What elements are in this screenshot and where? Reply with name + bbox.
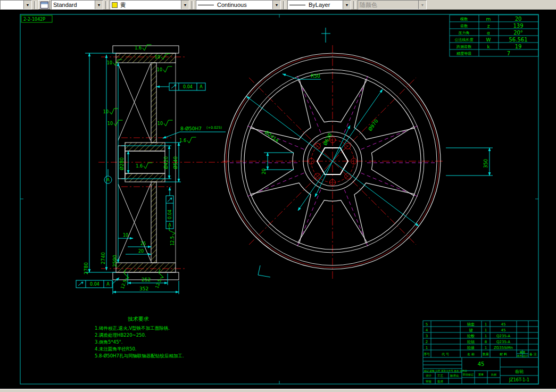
svg-text:序号: 序号 [424,352,430,356]
lineweight-combo-arrow-icon[interactable]: ▼ [343,1,351,9]
dim-hub-420: Ø420 [163,156,169,169]
svg-text:1.6: 1.6 [135,46,142,51]
color-combo-value: 黄 [119,1,181,9]
diameter-dim-970: Ø970 [367,118,379,132]
dim-hub-540: Ø540 [173,156,178,169]
svg-text:10: 10 [155,55,160,60]
svg-text:1: 1 [426,346,428,350]
style-combo-value: Standard [52,2,95,8]
linetype-combo-arrow-icon[interactable]: ▼ [272,1,280,9]
tolerance-frame-top: 0.04 A [156,83,205,90]
style-manager-button[interactable] [38,0,50,10]
svg-text:1: 1 [485,322,487,327]
gear-param-label: 模数 [460,17,468,21]
dim-20: 20 [138,249,144,254]
drawing-tag-text: 2-2-1042P [23,17,45,22]
linetype-combo[interactable]: Continuous ▼ [196,0,281,10]
lineweight-combo[interactable]: ByLayer ▼ [287,0,351,10]
svg-text:标准化: 标准化 [450,374,459,378]
drawing-tag: 2-2-1042P [21,15,52,22]
lineweight-sample [289,5,305,5]
gear-param-symbol: k [487,44,490,49]
svg-text:A: A [200,85,203,89]
gear-param-value: 56.561 [509,37,528,43]
toolbar-separator [34,1,36,9]
tech-req-item: 1.铸件校正,退火,V型铁不加工面除锈. [95,326,170,331]
style-combo[interactable]: Standard ▼ [51,0,103,10]
plotstyle-combo-arrow-icon: ▼ [418,1,426,9]
svg-text:0.04: 0.04 [90,282,99,287]
gear-param-value: 139 [513,23,523,29]
datum-a-flag: A [104,169,112,184]
svg-text:4: 4 [426,328,428,332]
linetype-sample [198,5,214,5]
dim-2740: 2740 [101,252,106,264]
revision-header: 标记 处数 分区 更改文件号 签名 年月日 [424,369,467,373]
gear-param-symbol: z [487,23,490,29]
color-combo-arrow-icon[interactable]: ▼ [181,1,189,9]
holes-tolerance-text: (+0.025) [206,126,222,130]
style-combo-arrow-icon[interactable]: ▼ [95,1,103,9]
svg-text:备 注: 备 注 [529,352,537,356]
svg-text:12.5: 12.5 [120,279,128,290]
drawing-number-text: JZ16T-1-1 [509,378,529,382]
svg-text:批准: 批准 [437,380,444,383]
svg-text:轴套: 轴套 [467,322,475,327]
svg-text:3: 3 [426,334,428,338]
svg-text:10: 10 [157,68,162,72]
gear-param-value: 7 [507,51,510,56]
dim-2780: 2780 [84,262,89,274]
svg-text:重量: 重量 [478,373,484,376]
dim-352: 352 [139,286,148,291]
surface-roughness-marks: 10 10 10 10 10 10 1.6 1.6 1.6 12.5 12.5 … [103,45,196,289]
svg-text:比例: 比例 [491,373,496,377]
gear-drawing: 2-2-1042P 模数 m 20 齿数 z 139 压力角 α 20° [0,10,556,389]
plotstyle-combo-value: 随颜色 [358,1,418,9]
gear-param-symbol: W [486,37,491,43]
dim-2590: 2590 [112,255,118,267]
svg-text:0.04: 0.04 [183,85,193,89]
dim-25: 25 [140,241,146,246]
svg-text:45: 45 [501,322,506,327]
svg-text:0.04: 0.04 [168,210,172,219]
svg-text:阶段标记: 阶段标记 [463,373,474,377]
svg-text:10: 10 [107,61,112,65]
side-section-view: 2780 2740 2590 Ø280 Ø420 Ø540 252 352 [76,45,229,294]
svg-text:ZG35SiMn: ZG35SiMn [494,346,513,350]
linetype-combo-value: Continuous [215,2,272,8]
svg-text:设计: 设计 [426,374,432,377]
svg-text:轮缘: 轮缘 [467,346,475,350]
svg-text:Q235-A: Q235-A [496,334,510,338]
svg-text:键: 键 [469,328,473,332]
svg-text:5: 5 [426,322,428,327]
svg-text:10: 10 [103,110,109,114]
layer-combo-arrow-icon[interactable]: ▼ [23,1,31,9]
cad-application-window: ▼ Standard ▼ 黄 ▼ Continuous ▼ ByLayer ▼ [0,0,556,392]
svg-text:名 称: 名 称 [467,352,475,356]
layer-combo[interactable]: ▼ [0,0,32,10]
gear-param-value: 20° [513,30,523,36]
gear-param-label: 齿数 [460,24,468,28]
svg-text:1.6: 1.6 [136,164,143,169]
color-combo[interactable]: 黄 ▼ [110,0,189,10]
svg-text:总计: 总计 [523,354,528,357]
gear-param-value: 19 [515,44,522,49]
svg-text:10: 10 [107,121,113,126]
gear-param-label: 公法线长度 [455,38,474,42]
gear-param-label: 压力角 [459,31,470,35]
svg-text:8: 8 [485,340,487,344]
tech-req-item: 4.未注圆角半径R50. [95,346,137,352]
status-bar-strip [0,389,556,392]
diameter-dim-630: Ø630 [322,132,333,146]
svg-text:2: 2 [426,340,428,344]
bolt-hole-callout: 8-Ø50H7 (+0.025) [163,126,226,138]
gear-param-value: 20 [515,16,522,22]
toolbar-separator [353,1,355,9]
model-space-canvas[interactable]: 2-2-1042P 模数 m 20 齿数 z 139 压力角 α 20° [0,10,556,389]
tech-req-item: 5.8-Ø50H7孔与同轴联轴器配钻铰后精加工. [95,353,184,358]
svg-text:重量: 重量 [520,351,526,354]
svg-text:12.5: 12.5 [170,236,175,246]
svg-text:1: 1 [485,346,487,350]
tolerance-frame-vertical: 0.04 A [166,187,173,229]
height-dim-350: 350 [483,159,488,168]
